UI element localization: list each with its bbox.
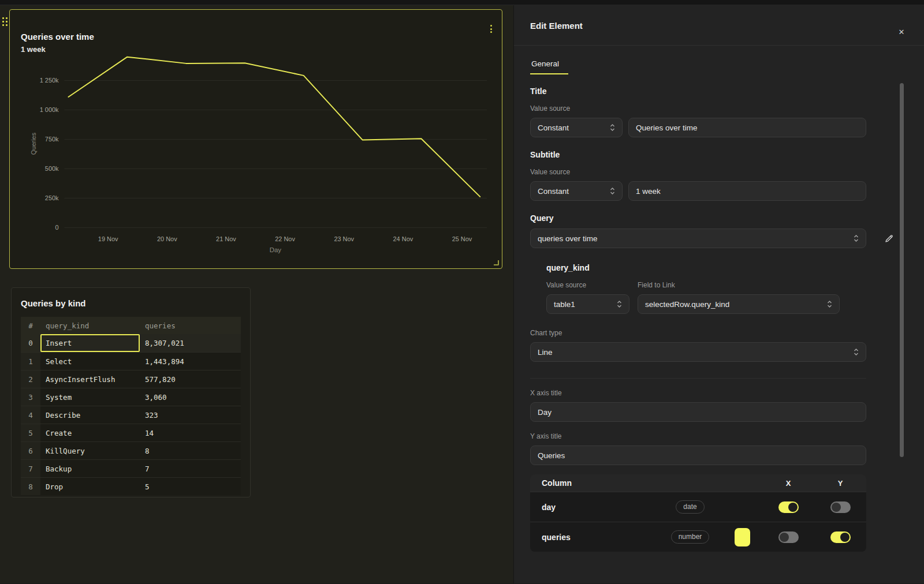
table-header-cell: # bbox=[21, 317, 40, 334]
svg-text:24 Nov: 24 Nov bbox=[393, 235, 413, 242]
table-header-cell: query_kind bbox=[40, 317, 140, 334]
svg-text:750k: 750k bbox=[45, 136, 59, 143]
chart-type-select[interactable]: Line bbox=[530, 342, 866, 362]
query-select[interactable]: queries over time bbox=[530, 229, 866, 248]
row-index-cell: 8 bbox=[21, 478, 40, 495]
title-source-select[interactable]: Constant bbox=[530, 118, 623, 137]
row-index-cell: 3 bbox=[21, 388, 40, 406]
queries-cell[interactable]: 323 bbox=[140, 406, 241, 424]
drag-handle-icon[interactable] bbox=[2, 17, 8, 26]
x-axis-title-input[interactable]: Day bbox=[530, 402, 866, 422]
y-axis-title-label: Y axis title bbox=[530, 432, 866, 440]
row-index-cell: 6 bbox=[21, 442, 40, 459]
query-kind-cell[interactable]: System bbox=[40, 388, 140, 406]
subtitle-source-select[interactable]: Constant bbox=[530, 181, 623, 201]
series-color-swatch[interactable] bbox=[735, 528, 750, 546]
x-axis-toggle[interactable] bbox=[778, 531, 799, 543]
column-name: day bbox=[530, 503, 658, 512]
queries-cell[interactable]: 14 bbox=[140, 424, 241, 441]
columns-table: Column X Y daydatequeriesnumber bbox=[530, 474, 866, 552]
query-kind-cell[interactable]: KillQuery bbox=[40, 442, 140, 459]
query-kind-cell[interactable]: Describe bbox=[40, 406, 140, 424]
queries-cell[interactable]: 8 bbox=[140, 442, 241, 459]
field-to-link-select[interactable]: selectedRow.query_kind bbox=[638, 294, 840, 314]
subtitle-value-input[interactable]: 1 week bbox=[628, 181, 866, 201]
query-kind-value-source-label: Value source bbox=[546, 281, 629, 289]
query-kind-source-select[interactable]: table1 bbox=[546, 294, 629, 314]
query-kind-cell[interactable]: AsyncInsertFlush bbox=[40, 370, 140, 388]
svg-text:500k: 500k bbox=[45, 165, 59, 172]
title-section-heading: Title bbox=[530, 87, 866, 96]
query-kind-cell[interactable]: Select bbox=[40, 353, 140, 370]
table-header-cell: queries bbox=[140, 317, 241, 334]
svg-text:0: 0 bbox=[55, 224, 58, 231]
table-row[interactable]: 2AsyncInsertFlush577,820 bbox=[21, 370, 241, 388]
queries-cell[interactable]: 8,307,021 bbox=[140, 334, 241, 352]
row-index-cell: 2 bbox=[21, 370, 40, 388]
y-axis-toggle[interactable] bbox=[830, 531, 851, 543]
svg-text:25 Nov: 25 Nov bbox=[452, 235, 472, 242]
resize-handle[interactable] bbox=[494, 260, 499, 265]
chart-type-label: Chart type bbox=[530, 329, 866, 337]
query-kind-cell[interactable]: Backup bbox=[40, 460, 140, 477]
y-axis-toggle[interactable] bbox=[830, 501, 851, 513]
svg-text:250k: 250k bbox=[45, 194, 59, 201]
svg-text:Queries: Queries bbox=[30, 132, 37, 155]
panel-header: Edit Element bbox=[514, 5, 924, 46]
chart-element-selected[interactable]: 0250k500k750k1 000k1 250kQueries19 Nov20… bbox=[9, 9, 502, 269]
query-kind-cell[interactable]: Drop bbox=[40, 478, 140, 495]
svg-text:23 Nov: 23 Nov bbox=[334, 235, 354, 242]
row-index-cell: 1 bbox=[21, 353, 40, 370]
table-row[interactable]: 6KillQuery8 bbox=[21, 441, 241, 459]
table-row[interactable]: 5Create14 bbox=[21, 424, 241, 441]
x-axis-title-label: X axis title bbox=[530, 389, 866, 397]
top-bar bbox=[0, 0, 924, 5]
svg-text:1 000k: 1 000k bbox=[40, 106, 59, 113]
svg-text:20 Nov: 20 Nov bbox=[157, 235, 177, 242]
queries-cell[interactable]: 1,443,894 bbox=[140, 353, 241, 370]
field-to-link-label: Field to Link bbox=[638, 281, 840, 289]
queries-cell[interactable]: 577,820 bbox=[140, 370, 241, 388]
dashboard-canvas: 0250k500k750k1 000k1 250kQueries19 Nov20… bbox=[0, 5, 513, 583]
table-row[interactable]: 1Select1,443,894 bbox=[21, 352, 241, 370]
subtitle-value-source-label: Value source bbox=[530, 168, 866, 176]
table-header-row: #query_kindqueries bbox=[21, 317, 241, 334]
query-kind-cell[interactable]: Insert bbox=[40, 334, 140, 352]
queries-cell[interactable]: 7 bbox=[140, 460, 241, 477]
title-value-source-label: Value source bbox=[530, 104, 866, 113]
tab-general[interactable]: General bbox=[530, 59, 568, 74]
title-value-input[interactable]: Queries over time bbox=[628, 118, 866, 137]
panel-title: Edit Element bbox=[530, 21, 583, 31]
table-row[interactable]: 0Insert8,307,021 bbox=[21, 334, 241, 352]
y-axis-title-input[interactable]: Queries bbox=[530, 446, 866, 465]
close-icon[interactable]: ✕ bbox=[896, 27, 907, 37]
column-config-row: queriesnumber bbox=[530, 522, 866, 552]
row-index-cell: 0 bbox=[21, 334, 40, 352]
column-name: queries bbox=[530, 533, 658, 542]
queries-cell[interactable]: 5 bbox=[140, 478, 241, 495]
row-index-cell: 5 bbox=[21, 424, 40, 441]
column-config-row: daydate bbox=[530, 492, 866, 522]
query-section-heading: Query bbox=[530, 214, 866, 223]
table-row[interactable]: 3System3,060 bbox=[21, 388, 241, 406]
x-header-label: X bbox=[762, 479, 814, 488]
tab-bar: General bbox=[530, 58, 908, 74]
row-index-cell: 4 bbox=[21, 406, 40, 424]
line-chart: 0250k500k750k1 000k1 250kQueries19 Nov20… bbox=[10, 10, 502, 268]
table-row[interactable]: 7Backup7 bbox=[21, 459, 241, 477]
kebab-menu-icon[interactable] bbox=[489, 24, 493, 34]
queries-by-kind-panel[interactable]: Queries by kind #query_kindqueries 0Inse… bbox=[11, 287, 251, 497]
section-divider bbox=[530, 378, 866, 379]
column-type-badge: date bbox=[676, 500, 704, 514]
table-row[interactable]: 4Describe323 bbox=[21, 406, 241, 424]
queries-cell[interactable]: 3,060 bbox=[140, 388, 241, 406]
columns-table-header: Column X Y bbox=[530, 474, 866, 492]
column-type-badge: number bbox=[671, 530, 710, 544]
x-axis-toggle[interactable] bbox=[778, 501, 799, 513]
panel-scrollbar[interactable] bbox=[900, 83, 904, 457]
table-row[interactable]: 8Drop5 bbox=[21, 477, 241, 495]
query-kind-heading: query_kind bbox=[546, 263, 866, 272]
query-kind-cell[interactable]: Create bbox=[40, 424, 140, 441]
edit-query-pencil-icon[interactable] bbox=[883, 233, 895, 244]
chart-subtitle: 1 week bbox=[21, 45, 46, 54]
